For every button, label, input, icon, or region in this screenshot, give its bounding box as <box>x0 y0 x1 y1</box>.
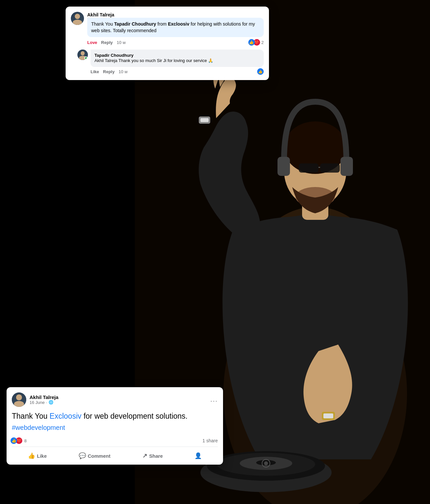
privacy-icon: 🌐 <box>49 400 53 405</box>
dot-separator: · <box>46 400 47 405</box>
svg-rect-14 <box>199 116 210 124</box>
svg-point-19 <box>240 457 292 470</box>
svg-point-21 <box>262 459 270 467</box>
svg-rect-23 <box>322 412 335 420</box>
post-text-suffix: for web development solutions. <box>81 412 187 420</box>
reply-reply-action[interactable]: Reply <box>103 69 114 74</box>
share-action-icon: ↗ <box>142 452 147 459</box>
svg-rect-24 <box>323 413 333 418</box>
svg-point-2 <box>236 207 394 417</box>
reply-actions: Like Reply 10 w <box>91 69 128 74</box>
svg-rect-11 <box>299 163 318 173</box>
more-options-button[interactable]: ... <box>210 396 218 403</box>
share-label: Share <box>149 453 163 459</box>
svg-point-18 <box>217 453 315 476</box>
post-share-count: 1 share <box>202 438 218 443</box>
like-label: Like <box>37 453 47 459</box>
svg-rect-12 <box>320 163 340 173</box>
post-meta-container: Akhil Talreja 16 June · 🌐 <box>30 394 58 405</box>
post-hashtag[interactable]: #webdevelopment <box>12 424 218 431</box>
svg-rect-3 <box>302 190 328 220</box>
reply-text-body: Thank you so much Sir Ji for loving our … <box>117 58 214 63</box>
post-content: Thank You Excloosiv for web development … <box>12 411 218 421</box>
comment-body: Thank You Tapadir Choudhury from Excloos… <box>87 18 264 37</box>
reply-comment: Tapadir Choudhury Akhil Talreja Thank yo… <box>71 50 264 75</box>
comment-button[interactable]: 💬 Comment <box>73 450 116 462</box>
post-reaction-left: 👍 ❤️ 8 <box>12 437 27 444</box>
reply-like-icon: 👍 <box>257 68 264 75</box>
svg-point-5 <box>284 121 346 174</box>
bottom-post-card: Akhil Talreja 16 June · 🌐 ... Thank You … <box>7 387 223 465</box>
svg-point-17 <box>207 451 325 481</box>
reply-avatar <box>77 50 88 60</box>
svg-point-10 <box>321 164 329 171</box>
reply-bubble: Tapadir Choudhury Akhil Talreja Thank yo… <box>91 50 264 67</box>
svg-point-22 <box>264 461 268 465</box>
reply-time: 10 w <box>118 69 127 74</box>
share-button[interactable]: ↗ Share <box>137 450 168 462</box>
svg-point-6 <box>296 187 335 207</box>
post-date: 16 June <box>30 400 45 405</box>
svg-point-9 <box>301 164 309 171</box>
svg-rect-7 <box>277 157 290 176</box>
top-comment-card: Akhil Talreja Thank You Tapadir Choudhur… <box>66 7 269 80</box>
reaction-count: 👍 ❤️ 2 <box>250 39 264 46</box>
post-date-meta: 16 June · 🌐 <box>30 400 58 405</box>
reaction-number: 2 <box>261 40 264 45</box>
comment-text-prefix: Thank You <box>91 21 114 27</box>
send-action-icon: 👤 <box>195 452 202 459</box>
svg-point-4 <box>284 135 346 207</box>
post-like-icon: 👍 <box>10 437 17 444</box>
reply-content: Tapadir Choudhury Akhil Talreja Thank yo… <box>91 50 264 75</box>
post-reaction-count: 8 <box>24 438 27 443</box>
svg-rect-15 <box>200 118 209 122</box>
commenter-avatar <box>71 12 84 25</box>
comment-label: Comment <box>88 453 111 459</box>
comment-actions: Love Reply 10 w 👍 ❤️ 2 <box>87 39 264 46</box>
like-action-icon: 👍 <box>28 452 35 459</box>
online-indicator <box>84 56 88 60</box>
love-action[interactable]: Love <box>87 40 97 45</box>
reply-like-action[interactable]: Like <box>91 69 99 74</box>
post-actions-bar: 👍 Like 💬 Comment ↗ Share 👤 <box>12 448 218 465</box>
post-header: Akhil Talreja 16 June · 🌐 ... <box>12 392 218 407</box>
reaction-icons: 👍 ❤️ <box>250 39 260 46</box>
comment-bold1: Tapadir Choudhury <box>114 21 156 27</box>
post-reactions-bar: 👍 ❤️ 8 1 share <box>12 435 218 447</box>
comment-action-icon: 💬 <box>79 452 86 459</box>
commenter-name: Akhil Talreja <box>87 12 114 17</box>
reply-action[interactable]: Reply <box>101 40 113 45</box>
reply-ref-name: Akhil Talreja <box>94 58 117 63</box>
like-button[interactable]: 👍 Like <box>23 450 52 462</box>
post-text-prefix: Thank You <box>12 412 50 420</box>
post-avatar <box>12 392 26 407</box>
comment-header: Akhil Talreja Thank You Tapadir Choudhur… <box>71 12 264 46</box>
poster-name: Akhil Talreja <box>30 394 58 400</box>
svg-rect-8 <box>340 157 353 176</box>
comment-text-middle: from <box>156 21 168 27</box>
comment-bold2: Excloosiv <box>168 21 189 27</box>
post-link[interactable]: Excloosiv <box>50 412 81 420</box>
like-icon: 👍 <box>248 39 255 46</box>
post-reaction-icons: 👍 ❤️ <box>12 437 22 444</box>
comment-time: 10 w <box>117 40 126 45</box>
svg-point-1 <box>223 269 407 504</box>
svg-point-20 <box>256 460 276 465</box>
reply-name: Tapadir Choudhury <box>94 53 260 58</box>
reply-text: Akhil Talreja Thank you so much Sir Ji f… <box>94 58 260 64</box>
send-button[interactable]: 👤 <box>189 450 207 462</box>
